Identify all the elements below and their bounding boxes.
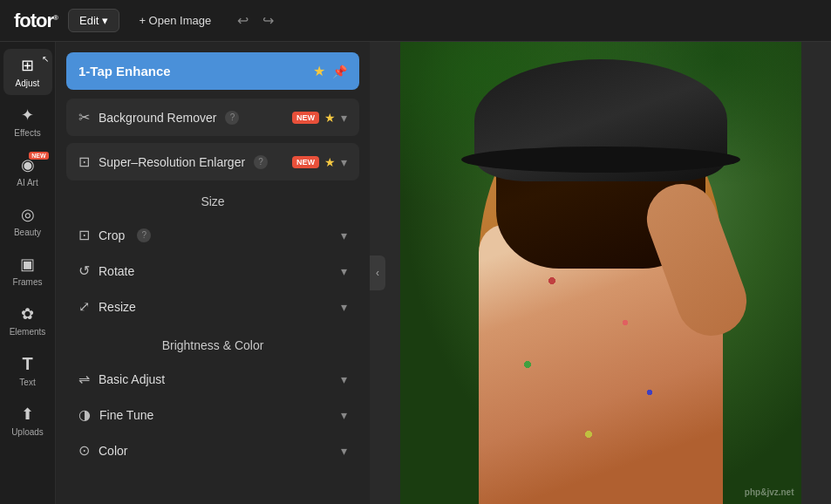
resize-chevron: ▾ bbox=[341, 300, 347, 314]
basic-adjust-icon: ⇌ bbox=[78, 371, 90, 387]
color-icon: ⊙ bbox=[78, 442, 90, 459]
sidebar-item-beauty[interactable]: ◎ Beauty bbox=[3, 198, 52, 244]
basic-adjust-row[interactable]: ⇌ Basic Adjust ▾ bbox=[66, 361, 359, 397]
watermark: php&jvz.net bbox=[745, 487, 794, 497]
sidebar-item-effects[interactable]: ✦ Effects bbox=[3, 99, 52, 145]
size-section-header: Size bbox=[66, 194, 359, 208]
open-image-label: + Open Image bbox=[139, 14, 211, 27]
color-chevron: ▾ bbox=[341, 444, 347, 458]
icon-nav: ⊞ Adjust ↖ ✦ Effects NEW ◉ AI Art ◎ Beau… bbox=[0, 42, 56, 504]
topbar-actions: ↩ ↪ bbox=[234, 9, 277, 32]
canvas-area: ‹ php&jvz.net bbox=[370, 42, 831, 504]
basic-adjust-left: ⇌ Basic Adjust bbox=[78, 371, 165, 387]
beauty-label: Beauty bbox=[14, 228, 41, 237]
tools-panel: 1-Tap Enhance ★ 📌 ✂ Background Remover ?… bbox=[56, 42, 370, 504]
edit-label: Edit bbox=[79, 14, 99, 27]
rotate-left: ↺ Rotate bbox=[78, 262, 134, 279]
topbar: fotor® Edit ▾ + Open Image ↩ ↪ bbox=[0, 0, 831, 42]
woman-figure bbox=[453, 77, 749, 504]
resolution-icon: ⊡ bbox=[78, 153, 90, 170]
redo-icon: ↪ bbox=[262, 13, 274, 28]
crop-help-icon[interactable]: ? bbox=[137, 228, 151, 242]
undo-button[interactable]: ↩ bbox=[234, 9, 252, 32]
sidebar-item-elements[interactable]: ✿ Elements bbox=[3, 297, 52, 344]
pin-icon: 📌 bbox=[332, 65, 347, 78]
ai-art-new-badge: NEW bbox=[29, 152, 48, 160]
fine-tune-chevron: ▾ bbox=[341, 408, 347, 422]
resize-label: Resize bbox=[99, 300, 136, 314]
brightness-section-header: Brightness & Color bbox=[66, 338, 359, 352]
rotate-row[interactable]: ↺ Rotate ▾ bbox=[66, 253, 359, 289]
logo-sup: ® bbox=[53, 13, 58, 21]
tap-enhance-label: 1-Tap Enhance bbox=[78, 64, 171, 78]
frames-label: Frames bbox=[13, 277, 43, 287]
color-left: ⊙ Color bbox=[78, 442, 127, 459]
sidebar-item-text[interactable]: T Text bbox=[3, 347, 52, 394]
uploads-label: Uploads bbox=[11, 427, 44, 437]
cursor-indicator: ↖ bbox=[42, 54, 49, 64]
frames-icon: ▣ bbox=[20, 255, 35, 274]
background-remover-chevron: ▾ bbox=[341, 111, 347, 125]
super-resolution-help-icon[interactable]: ? bbox=[254, 155, 268, 169]
background-remover-left: ✂ Background Remover ? bbox=[78, 109, 239, 126]
crop-row[interactable]: ⊡ Crop ? ▾ bbox=[66, 217, 359, 253]
chevron-down-icon: ▾ bbox=[102, 14, 108, 27]
tap-enhance-button[interactable]: 1-Tap Enhance ★ 📌 bbox=[66, 52, 359, 90]
logo: fotor® bbox=[14, 10, 58, 32]
basic-adjust-label: Basic Adjust bbox=[99, 372, 165, 386]
uploads-icon: ⬆ bbox=[21, 405, 34, 424]
background-remover-help-icon[interactable]: ? bbox=[225, 111, 239, 125]
super-resolution-chevron: ▾ bbox=[341, 155, 347, 169]
crop-icon: ⊡ bbox=[78, 227, 90, 243]
scissors-icon: ✂ bbox=[78, 109, 90, 126]
super-resolution-label: Super–Resolution Enlarger bbox=[99, 155, 245, 169]
fine-tune-icon: ◑ bbox=[78, 406, 91, 423]
background-remover-badges: NEW ★ ▾ bbox=[292, 111, 347, 125]
fine-tune-label: Fine Tune bbox=[99, 408, 153, 422]
background-remover-star-icon: ★ bbox=[324, 111, 336, 125]
photo-container: php&jvz.net bbox=[400, 42, 801, 504]
super-resolution-item[interactable]: ⊡ Super–Resolution Enlarger ? NEW ★ ▾ bbox=[66, 143, 359, 180]
collapse-panel-button[interactable]: ‹ bbox=[370, 255, 385, 290]
edit-button[interactable]: Edit ▾ bbox=[68, 9, 119, 32]
sidebar-item-uploads[interactable]: ⬆ Uploads bbox=[3, 398, 52, 444]
resize-row[interactable]: ⤢ Resize ▾ bbox=[66, 289, 359, 324]
woman-hat-brim bbox=[461, 146, 740, 173]
rotate-label: Rotate bbox=[99, 264, 134, 278]
text-label: Text bbox=[19, 378, 35, 387]
ai-art-label: AI Art bbox=[17, 178, 37, 187]
tap-enhance-icons: ★ 📌 bbox=[313, 63, 347, 79]
elements-label: Elements bbox=[10, 327, 46, 337]
fine-tune-left: ◑ Fine Tune bbox=[78, 406, 153, 423]
super-resolution-badges: NEW ★ ▾ bbox=[292, 155, 347, 169]
text-icon: T bbox=[22, 354, 32, 374]
effects-icon: ✦ bbox=[21, 106, 34, 125]
color-row[interactable]: ⊙ Color ▾ bbox=[66, 432, 359, 468]
photo-background: php&jvz.net bbox=[400, 42, 801, 504]
star-icon: ★ bbox=[313, 63, 325, 79]
sidebar-item-adjust[interactable]: ⊞ Adjust ↖ bbox=[3, 49, 52, 95]
collapse-icon: ‹ bbox=[376, 267, 379, 279]
effects-label: Effects bbox=[14, 128, 40, 138]
super-resolution-left: ⊡ Super–Resolution Enlarger ? bbox=[78, 153, 268, 170]
fine-tune-row[interactable]: ◑ Fine Tune ▾ bbox=[66, 397, 359, 432]
rotate-icon: ↺ bbox=[78, 262, 90, 279]
crop-left: ⊡ Crop ? bbox=[78, 227, 151, 243]
sidebar-item-ai-art[interactable]: NEW ◉ AI Art bbox=[3, 148, 52, 194]
background-remover-label: Background Remover bbox=[99, 111, 216, 125]
main-layout: ⊞ Adjust ↖ ✦ Effects NEW ◉ AI Art ◎ Beau… bbox=[0, 42, 831, 504]
sidebar-item-frames[interactable]: ▣ Frames bbox=[3, 248, 52, 294]
crop-chevron: ▾ bbox=[341, 228, 347, 242]
adjust-label: Adjust bbox=[16, 78, 40, 88]
basic-adjust-chevron: ▾ bbox=[341, 372, 347, 386]
super-resolution-star-icon: ★ bbox=[324, 155, 336, 169]
elements-icon: ✿ bbox=[21, 304, 34, 324]
open-image-button[interactable]: + Open Image bbox=[130, 10, 220, 31]
rotate-chevron: ▾ bbox=[341, 264, 347, 278]
color-label: Color bbox=[99, 444, 127, 458]
background-remover-item[interactable]: ✂ Background Remover ? NEW ★ ▾ bbox=[66, 99, 359, 136]
redo-button[interactable]: ↪ bbox=[259, 9, 277, 32]
resize-left: ⤢ Resize bbox=[78, 298, 136, 315]
beauty-icon: ◎ bbox=[21, 205, 35, 224]
undo-icon: ↩ bbox=[237, 13, 249, 28]
